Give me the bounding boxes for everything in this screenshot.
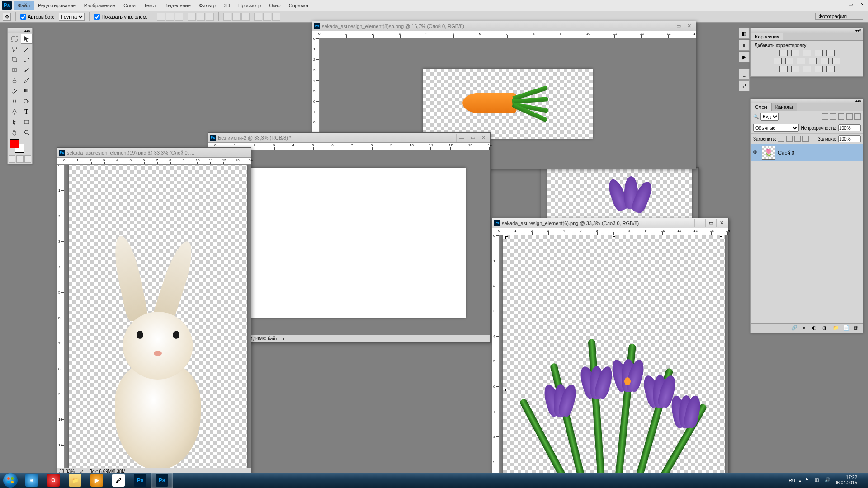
- align-right-button[interactable]: [206, 13, 214, 21]
- bw-icon[interactable]: [797, 58, 805, 64]
- align-left-button[interactable]: [188, 13, 196, 21]
- tray-arrow-icon[interactable]: ▴: [799, 478, 801, 483]
- vertical-ruler[interactable]: 0123456789101112: [57, 165, 65, 468]
- menu-text[interactable]: Текст: [140, 1, 160, 10]
- curves-icon[interactable]: [803, 50, 811, 56]
- eyedropper-tool[interactable]: [21, 55, 33, 65]
- align-top-button[interactable]: [157, 13, 165, 21]
- distribute-h3-button[interactable]: [272, 13, 280, 21]
- collapsed-panel-1[interactable]: ◧: [739, 28, 750, 39]
- taskbar-item-opera[interactable]: O: [42, 473, 64, 488]
- posterize-icon[interactable]: [791, 66, 799, 72]
- doc-close-button[interactable]: ✕: [478, 134, 489, 142]
- dodge-tool[interactable]: [21, 96, 33, 106]
- doc-minimize-button[interactable]: —: [662, 22, 673, 30]
- brightness-icon[interactable]: [779, 50, 788, 56]
- invert-icon[interactable]: [779, 66, 788, 72]
- move-tool[interactable]: [21, 34, 33, 44]
- fill-input[interactable]: [838, 135, 861, 142]
- clone-stamp-tool[interactable]: [9, 75, 20, 85]
- collapsed-panel-2[interactable]: ≡: [739, 40, 750, 51]
- healing-brush-tool[interactable]: [9, 65, 20, 75]
- horizontal-ruler[interactable]: 01234567891011121314: [57, 158, 251, 165]
- screen-mode-button[interactable]: [24, 155, 31, 163]
- lasso-tool[interactable]: [9, 44, 20, 54]
- delete-layer-icon[interactable]: 🗑: [854, 325, 860, 332]
- input-language[interactable]: RU: [788, 478, 795, 483]
- layer-filter-select[interactable]: Вид: [760, 113, 779, 121]
- volume-icon[interactable]: 🔊: [825, 477, 831, 483]
- show-transform-controls-checkbox[interactable]: Показать упр. элем.: [94, 14, 147, 20]
- close-button[interactable]: ✕: [856, 0, 868, 9]
- collapsed-panel-3[interactable]: ▶: [739, 52, 750, 62]
- panel-close-icon[interactable]: ✕: [859, 99, 862, 103]
- canvas[interactable]: [241, 168, 466, 318]
- zoom-tool[interactable]: [21, 127, 33, 137]
- horizontal-ruler[interactable]: 01234567891011121314: [312, 31, 696, 38]
- panel-close-icon[interactable]: ✕: [859, 28, 862, 33]
- blur-tool[interactable]: [9, 96, 20, 106]
- start-button[interactable]: [0, 473, 21, 488]
- workspace-switcher[interactable]: Фотография: [815, 13, 863, 20]
- distribute-h-button[interactable]: [254, 13, 262, 21]
- canvas[interactable]: [69, 165, 247, 468]
- doc-close-button[interactable]: ✕: [684, 22, 694, 30]
- color-swatches[interactable]: [8, 138, 32, 155]
- clock[interactable]: 17:2206.04.2015: [835, 475, 857, 486]
- distribute-h2-button[interactable]: [263, 13, 271, 21]
- lock-position-icon[interactable]: [794, 136, 801, 142]
- adjustments-tab[interactable]: Коррекция: [751, 33, 783, 40]
- maximize-button[interactable]: ▭: [844, 0, 856, 9]
- menu-window[interactable]: Окно: [265, 1, 285, 10]
- menu-layers[interactable]: Слои: [119, 1, 140, 10]
- filter-smart-icon[interactable]: [854, 113, 861, 120]
- distribute-v3-button[interactable]: [241, 13, 250, 21]
- canvas[interactable]: [423, 69, 593, 139]
- menu-filter[interactable]: Фильтр: [195, 1, 220, 10]
- vibrance-icon[interactable]: [826, 50, 835, 56]
- pen-tool[interactable]: [9, 107, 20, 117]
- doc-minimize-button[interactable]: —: [694, 219, 705, 227]
- layer-fx-icon[interactable]: fx: [802, 325, 808, 332]
- visibility-icon[interactable]: 👁: [753, 150, 759, 156]
- new-layer-icon[interactable]: 📄: [843, 325, 850, 332]
- link-layers-icon[interactable]: 🔗: [791, 325, 798, 332]
- distribute-v-button[interactable]: [223, 13, 231, 21]
- new-group-icon[interactable]: 📁: [833, 325, 840, 332]
- gradientmap-icon[interactable]: [815, 66, 823, 72]
- new-fill-layer-icon[interactable]: ◑: [822, 325, 829, 332]
- menu-select[interactable]: Выделение: [160, 1, 195, 10]
- layer-mask-icon[interactable]: ◐: [812, 325, 819, 332]
- info-arrow-icon[interactable]: ▸: [283, 336, 285, 341]
- menu-3d[interactable]: 3D: [220, 1, 234, 10]
- gradient-tool[interactable]: [21, 86, 33, 96]
- document-window-rabbit[interactable]: Pssekada_asuresign_element(19).png @ 33,…: [57, 147, 251, 475]
- foreground-color-swatch[interactable]: [10, 139, 19, 148]
- filter-shape-icon[interactable]: [846, 113, 853, 120]
- hue-icon[interactable]: [774, 58, 782, 64]
- layer-name[interactable]: Слой 0: [778, 150, 794, 155]
- doc-minimize-button[interactable]: —: [456, 134, 467, 142]
- show-desktop-button[interactable]: [861, 473, 864, 488]
- panel-collapse-icon[interactable]: ◂◂: [855, 99, 859, 103]
- minimize-button[interactable]: —: [833, 0, 844, 9]
- type-tool[interactable]: T: [21, 107, 33, 117]
- taskbar-item-photoshop[interactable]: Ps: [129, 473, 151, 488]
- levels-icon[interactable]: [791, 50, 799, 56]
- tools-collapse-icon[interactable]: ◂◂: [24, 29, 28, 33]
- filter-type-icon[interactable]: [838, 113, 844, 120]
- menu-view[interactable]: Просмотр: [234, 1, 265, 10]
- history-brush-tool[interactable]: [21, 75, 33, 85]
- quickmask-mode-button[interactable]: [16, 155, 23, 163]
- filter-pixel-icon[interactable]: [822, 113, 828, 120]
- doc-close-button[interactable]: ✕: [716, 219, 727, 227]
- brush-tool[interactable]: [21, 65, 33, 75]
- menu-image[interactable]: Изображение: [80, 1, 119, 10]
- action-center-icon[interactable]: ⚑: [805, 477, 811, 483]
- photofilter-icon[interactable]: [809, 58, 817, 64]
- taskbar-item-wmp[interactable]: ▶: [86, 473, 108, 488]
- collapsed-panel-4[interactable]: ⎯: [739, 69, 750, 80]
- channelmixer-icon[interactable]: [821, 58, 829, 64]
- menu-file[interactable]: Файл: [14, 1, 34, 10]
- layers-tab[interactable]: Слои: [751, 103, 771, 111]
